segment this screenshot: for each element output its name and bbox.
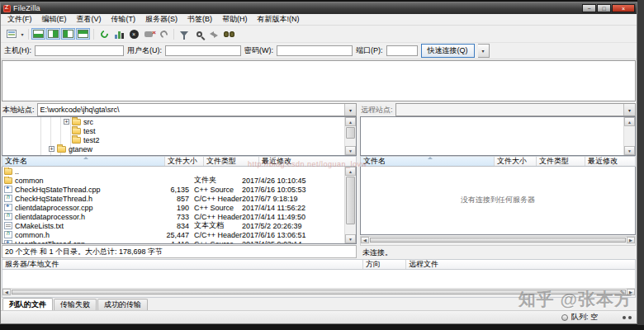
tab-failed-transfers[interactable]: 传输失败 <box>54 299 97 310</box>
quickconnect-button[interactable]: 快速连接(Q) <box>421 44 475 58</box>
tree-item-test2[interactable]: test2 <box>2 135 356 144</box>
file-row[interactable]: CheckHqStateThread.cpp 6,135 C++ Source … <box>2 185 356 194</box>
header-filetype[interactable]: 文件类型 <box>537 157 585 166</box>
titlebar[interactable]: FileZilla − □ × <box>1 2 637 14</box>
scroll-left-icon[interactable]: ◀ <box>2 289 11 295</box>
menu-view[interactable]: 查看(V) <box>72 14 107 25</box>
queue-header: 服务器/本地文件 方向 远程文件 <box>2 259 636 270</box>
tab-successful-transfers[interactable]: 成功的传输 <box>97 299 148 310</box>
expand-icon[interactable] <box>49 146 54 152</box>
find-files-button[interactable] <box>221 27 236 40</box>
file-modified: 2017/4/25 9:03:14 <box>242 240 356 245</box>
scroll-right-icon[interactable]: ▶ <box>627 289 635 295</box>
local-path-combo[interactable]: E:\workcode\jhq\gta\src\ ▾ <box>37 103 357 116</box>
remote-tree-scrollbar[interactable]: ▲ ▼ <box>623 117 635 155</box>
header-file-icon <box>4 213 12 220</box>
header-filesize[interactable]: 文件大小 <box>495 157 537 166</box>
close-button[interactable]: × <box>612 4 635 12</box>
synchronized-browsing-button[interactable] <box>206 27 221 40</box>
header-filename[interactable]: 文件名 <box>361 157 495 166</box>
file-row[interactable]: .. <box>2 167 356 176</box>
queue-horizontal-scrollbar[interactable]: ◀ ▶ <box>2 288 635 297</box>
local-path-dropdown-icon[interactable]: ▾ <box>344 104 356 116</box>
toggle-queue-button[interactable] <box>76 28 90 40</box>
minimize-button[interactable]: − <box>582 4 596 12</box>
remote-horizontal-scrollbar[interactable]: ◀ ▶ <box>360 236 636 246</box>
toggle-local-tree-button[interactable] <box>46 28 60 40</box>
maximize-button[interactable]: □ <box>597 4 611 12</box>
header-filename[interactable]: 文件名 <box>2 157 165 166</box>
menu-help[interactable]: 帮助(H) <box>217 14 253 25</box>
username-input[interactable] <box>165 45 241 56</box>
remote-path-combo[interactable]: ▾ <box>395 103 636 116</box>
process-queue-button[interactable] <box>111 27 126 40</box>
file-row[interactable]: common 文件夹 2017/4/26 10:10:45 <box>2 176 356 185</box>
tab-queued-files[interactable]: 列队的文件 <box>2 298 53 310</box>
menu-edit[interactable]: 编辑(E) <box>37 14 72 25</box>
expand-icon[interactable] <box>64 119 69 125</box>
scroll-down-icon[interactable]: ▼ <box>345 146 356 155</box>
scroll-up-icon[interactable]: ▲ <box>345 117 356 126</box>
queue-header-local[interactable]: 服务器/本地文件 <box>2 260 363 269</box>
password-input[interactable] <box>277 45 353 56</box>
site-manager-dropdown[interactable]: ▾ <box>19 27 26 40</box>
quickconnect-dropdown[interactable]: ▾ <box>478 44 490 58</box>
file-row[interactable]: CMakeLists.txt 834 文本文档 2017/5/2 20:26:3… <box>2 221 356 230</box>
local-tree[interactable]: src test test2 gtanew ▲ <box>2 116 357 156</box>
file-row[interactable]: clientdataprocessor.cpp 190 C++ Source 2… <box>2 203 356 212</box>
host-input[interactable] <box>35 45 124 56</box>
cancel-button[interactable] <box>126 27 141 40</box>
toggle-message-log-button[interactable] <box>31 28 45 40</box>
scrollbar-thumb[interactable] <box>12 290 626 295</box>
scroll-right-icon[interactable]: ▶ <box>627 237 635 243</box>
file-name: clientdataprocessor.h <box>15 213 85 221</box>
header-modified[interactable]: 最近修改 <box>259 157 356 166</box>
file-size: 25,447 <box>159 231 192 239</box>
menu-transfer[interactable]: 传输(T) <box>107 14 141 25</box>
file-row[interactable]: CheckHqStateThread.h 857 C/C++ Header 20… <box>2 194 356 203</box>
file-size: 1,119 <box>159 240 192 245</box>
message-log[interactable] <box>2 60 636 101</box>
disconnect-button[interactable] <box>141 27 156 40</box>
header-filetype[interactable]: 文件类型 <box>204 157 259 166</box>
menu-server[interactable]: 服务器(S) <box>140 14 182 25</box>
remote-path-dropdown-icon[interactable]: ▾ <box>623 104 635 116</box>
file-name: CheckHqStateThread.cpp <box>15 186 101 194</box>
port-input[interactable] <box>386 45 418 56</box>
scroll-left-icon[interactable]: ◀ <box>361 237 369 243</box>
tree-item-label: gtanew <box>69 145 92 153</box>
scrollbar-thumb[interactable] <box>346 127 355 139</box>
remote-tree[interactable]: ▲ ▼ <box>360 116 636 156</box>
scroll-down-icon[interactable]: ▼ <box>624 146 635 155</box>
tree-item-gtanew[interactable]: gtanew <box>2 144 356 153</box>
menu-bookmarks[interactable]: 书签(B) <box>182 14 217 25</box>
file-row[interactable]: HeartbeatThread.cpp 1,119 C++ Source 201… <box>2 239 356 244</box>
refresh-button[interactable] <box>97 27 111 40</box>
tree-item-src[interactable]: src <box>2 117 356 126</box>
scroll-down-icon[interactable]: ▼ <box>345 234 356 243</box>
reconnect-button[interactable] <box>156 27 171 40</box>
scrollbar-thumb[interactable] <box>370 238 626 243</box>
queue-header-remote[interactable]: 远程文件 <box>406 260 635 269</box>
scroll-up-icon[interactable]: ▲ <box>624 117 635 126</box>
toggle-remote-tree-button[interactable] <box>61 28 75 40</box>
local-file-list[interactable]: .. common 文件夹 2017/4/26 10:10:45 CheckHq… <box>2 167 357 244</box>
site-manager-button[interactable] <box>4 27 19 40</box>
local-list-scrollbar[interactable]: ▲ ▼ <box>344 167 356 243</box>
file-row[interactable]: common.h 25,447 C/C++ Header 2017/6/16 1… <box>2 230 356 239</box>
file-row[interactable]: clientdataprocessor.h 733 C/C++ Header 2… <box>2 212 356 221</box>
tree-item-test[interactable]: test <box>2 126 356 135</box>
remote-file-list[interactable]: 没有连接到任何服务器 <box>360 167 636 235</box>
file-modified: 2017/4/14 11:56:22 <box>242 204 356 212</box>
menu-new-version[interactable]: 有新版本!(N) <box>253 14 305 25</box>
queue-body[interactable]: ◀ ▶ <box>2 270 636 298</box>
scroll-up-icon[interactable]: ▲ <box>345 167 356 176</box>
header-modified[interactable]: 最近修改 <box>585 157 635 166</box>
queue-header-direction[interactable]: 方向 <box>363 260 406 269</box>
scrollbar-thumb[interactable] <box>346 177 355 224</box>
header-filesize[interactable]: 文件大小 <box>165 157 204 166</box>
local-tree-scrollbar[interactable]: ▲ ▼ <box>344 117 356 155</box>
directory-compare-button[interactable] <box>192 27 206 40</box>
filter-button[interactable] <box>177 27 192 40</box>
menu-file[interactable]: 文件(F) <box>2 14 37 25</box>
